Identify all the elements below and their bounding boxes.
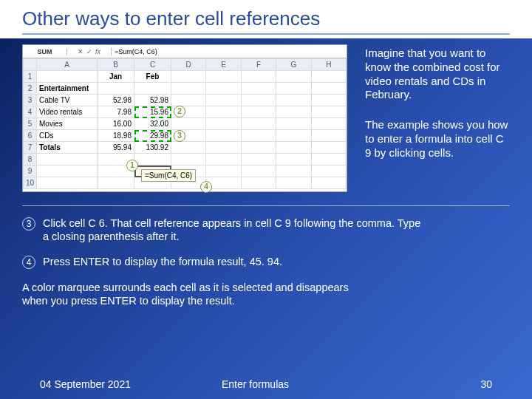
step-3-badge: 3 — [22, 217, 35, 231]
step-4-badge: 4 — [22, 256, 35, 269]
confirm-icon: ✓ — [86, 48, 92, 55]
divider — [22, 205, 510, 206]
badge-4-icon: 4 — [200, 181, 212, 193]
badge-2-icon: 2 — [174, 106, 185, 117]
step-4-text: Press ENTER to display the formula resul… — [43, 255, 421, 268]
step-4: 4 Press ENTER to display the formula res… — [22, 255, 421, 268]
step-3-text: Click cell C 6. That cell reference appe… — [43, 216, 421, 243]
footer-center: Enter formulas — [222, 378, 289, 390]
excel-screenshot: SUM ✕ ✓ fx =Sum(C4, C6) ABCDEFGH 1JanFeb… — [22, 44, 347, 192]
paragraph-2: The example shows you how to enter a for… — [365, 118, 513, 160]
step-3: 3 Click cell C 6. That cell reference ap… — [22, 216, 421, 243]
column-headers: ABCDEFGH — [24, 59, 347, 71]
name-box: SUM — [23, 48, 67, 55]
footer-date: 04 September 2021 — [40, 378, 131, 390]
paragraph-1: Imagine that you want to know the combin… — [365, 47, 510, 102]
page-title: Other ways to enter cell references — [22, 7, 510, 35]
marquee-note: A color marquee surrounds each cell as i… — [22, 281, 369, 307]
badge-1-icon: 1 — [126, 160, 138, 171]
fx-icons: ✕ ✓ fx — [67, 48, 112, 55]
footer-page: 30 — [480, 378, 492, 390]
formula-input: =Sum(C4, C6) — [112, 48, 347, 55]
cell-c6: 29.98 — [134, 130, 171, 142]
formula-bar: SUM ✕ ✓ fx =Sum(C4, C6) — [23, 45, 347, 58]
fx-icon: fx — [95, 48, 100, 55]
cancel-icon: ✕ — [78, 48, 83, 55]
badge-3-icon: 3 — [174, 130, 185, 142]
cell-c4: 15.96 — [134, 106, 171, 118]
formula-callout: =Sum(C4, C6) — [141, 169, 196, 182]
